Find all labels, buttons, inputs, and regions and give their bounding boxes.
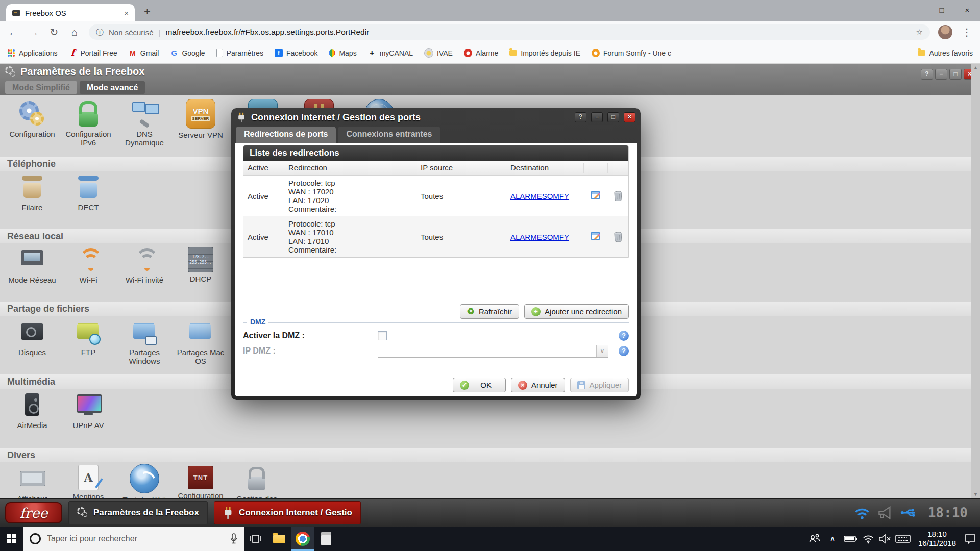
app-Mentions[interactable]: AMentions: [60, 464, 116, 498]
tray-chevron-icon[interactable]: ∧: [825, 534, 840, 543]
col-destination[interactable]: Destination: [506, 163, 584, 173]
app-Partages Windows[interactable]: Partages Windows: [116, 317, 173, 365]
forward-icon[interactable]: →: [28, 27, 40, 38]
bookmark-fb[interactable]: f Facebook: [275, 49, 317, 57]
fbx-help-icon[interactable]: ?: [921, 69, 933, 80]
chevron-down-icon[interactable]: ∨: [596, 345, 608, 357]
fbx-maximize-icon[interactable]: □: [949, 69, 962, 80]
bookmark-apps[interactable]: Applications: [7, 49, 58, 57]
dialog-help-icon[interactable]: ?: [575, 112, 586, 122]
back-icon[interactable]: ←: [7, 27, 19, 38]
dialog-maximize-icon[interactable]: □: [607, 112, 619, 122]
bookmark-ivae[interactable]: IVAE: [424, 48, 453, 58]
app-Gestion des[interactable]: Gestion des: [229, 464, 285, 498]
app-Serveur VPN[interactable]: VPNSERVERServeur VPN: [173, 99, 229, 147]
bookmark-maps[interactable]: Maps: [329, 49, 356, 57]
delete-icon[interactable]: [608, 216, 628, 257]
app-Wi-Fi[interactable]: Wi-Fi: [60, 245, 116, 284]
scroll-up-icon[interactable]: ▲: [973, 65, 978, 70]
cancel-button[interactable]: × Annuler: [511, 378, 565, 392]
app-Configuration[interactable]: Configuration: [4, 99, 60, 147]
wifi-icon[interactable]: [853, 506, 871, 520]
destination-link[interactable]: ALARMESOMFY: [510, 233, 569, 241]
action-center-icon[interactable]: [964, 533, 977, 544]
window-maximize-icon[interactable]: □: [929, 0, 954, 20]
dmz-checkbox[interactable]: [378, 331, 387, 340]
avatar[interactable]: [938, 25, 952, 39]
app-FTP[interactable]: FTP: [60, 317, 116, 365]
volume-muted-icon[interactable]: [878, 534, 892, 544]
help-icon[interactable]: ?: [619, 346, 629, 356]
windows-clock[interactable]: 18:10 16/11/2018: [914, 530, 960, 548]
dialog-minimize-icon[interactable]: –: [591, 112, 603, 122]
bookmark-free[interactable]: f Portail Free: [69, 49, 117, 57]
dmz-ip-combobox[interactable]: ∨: [378, 345, 608, 358]
app-DHCP[interactable]: 128.2..255.255..DHCP: [173, 245, 229, 284]
other-favorites[interactable]: Autres favoris: [918, 49, 973, 57]
app-Configuration[interactable]: TNTConfiguration: [173, 464, 229, 498]
battery-icon[interactable]: [844, 534, 858, 543]
megaphone-icon[interactable]: [877, 506, 894, 520]
menu-icon[interactable]: ⋮: [961, 26, 973, 38]
free-logo[interactable]: free: [5, 502, 62, 523]
start-button[interactable]: [0, 527, 23, 551]
windows-search-box[interactable]: Taper ici pour rechercher: [23, 527, 244, 551]
bookmark-page[interactable]: Paramètres: [216, 49, 263, 57]
edit-icon[interactable]: [584, 216, 608, 257]
app-DNS Dynamique[interactable]: DNS Dynamique: [116, 99, 173, 147]
app-Configuration IPv6[interactable]: Configuration IPv6: [60, 99, 116, 147]
bookmark-alarme[interactable]: Alarme: [464, 49, 498, 57]
refresh-button[interactable]: ♻ Rafraîchir: [460, 304, 519, 319]
taskbar-item-settings[interactable]: Paramètres de la Freebox: [68, 501, 208, 524]
app-Wi-Fi invité[interactable]: Wi-Fi invité: [116, 245, 173, 284]
bookmark-google[interactable]: G Google: [170, 49, 205, 57]
page-scrollbar[interactable]: ▲ ▼: [971, 64, 980, 498]
edit-icon[interactable]: [584, 176, 608, 216]
home-icon[interactable]: ⌂: [68, 27, 81, 38]
info-icon[interactable]: ⓘ: [96, 28, 104, 37]
calculator-button[interactable]: [314, 527, 338, 551]
bookmark-gmail[interactable]: M Gmail: [129, 49, 159, 57]
col-active[interactable]: Active: [243, 163, 284, 173]
ok-button[interactable]: ✓ OK: [453, 378, 506, 392]
reload-icon[interactable]: ↻: [48, 26, 60, 38]
usb-icon[interactable]: [900, 506, 919, 519]
destination-link[interactable]: ALARMESOMFY: [510, 192, 569, 201]
tab-close-icon[interactable]: ×: [124, 9, 129, 17]
chrome-taskbar-button[interactable]: [291, 527, 314, 551]
star-icon[interactable]: ☆: [916, 28, 923, 37]
address-bar[interactable]: ⓘ Non sécurisé | mafreebox.freebox.fr/#F…: [89, 24, 930, 40]
app-Afficheur[interactable]: Afficheur: [4, 464, 60, 498]
fbx-minimize-icon[interactable]: –: [935, 69, 947, 80]
app-AirMedia[interactable]: AirMedia: [4, 390, 60, 430]
app-DECT[interactable]: DECT: [60, 172, 116, 212]
app-Mode Réseau[interactable]: Mode Réseau: [4, 245, 60, 284]
app-Partages Mac OS[interactable]: Partages Mac OS: [173, 317, 229, 365]
scroll-down-icon[interactable]: ▼: [973, 491, 978, 497]
tab-incoming[interactable]: Connexions entrantes: [338, 127, 440, 143]
mode-advanced-button[interactable]: Mode avancé: [80, 81, 145, 94]
help-icon[interactable]: ?: [619, 331, 629, 341]
dialog-close-icon[interactable]: ×: [624, 112, 635, 122]
bookmark-mycanal[interactable]: + myCANAL: [368, 49, 413, 57]
col-redirection[interactable]: Redirection: [284, 163, 416, 173]
file-explorer-button[interactable]: [267, 527, 291, 551]
delete-icon[interactable]: [608, 176, 628, 216]
app-Filaire[interactable]: Filaire: [4, 172, 60, 212]
bookmark-somfy[interactable]: Forum Somfy - Une c: [592, 49, 671, 57]
bookmark-folder[interactable]: Importés depuis IE: [509, 49, 580, 57]
wifi-tray-icon[interactable]: [862, 534, 875, 544]
col-ip-source[interactable]: IP source: [416, 163, 506, 173]
microphone-icon[interactable]: [230, 533, 238, 545]
add-redirection-button[interactable]: + Ajouter une redirection: [524, 304, 629, 319]
app-Disques[interactable]: Disques: [4, 317, 60, 365]
taskbar-item-connection[interactable]: Connexion Internet / Gestio: [214, 501, 361, 524]
new-tab-button[interactable]: +: [144, 5, 151, 18]
apply-button[interactable]: Appliquer: [570, 378, 629, 392]
window-close-icon[interactable]: ×: [954, 0, 980, 20]
mode-simple-button[interactable]: Mode Simplifié: [5, 81, 77, 94]
window-minimize-icon[interactable]: –: [903, 0, 929, 20]
people-icon[interactable]: [808, 533, 821, 544]
keyboard-icon[interactable]: [895, 534, 911, 544]
app-Test de débit[interactable]: Test de débit: [116, 464, 173, 498]
